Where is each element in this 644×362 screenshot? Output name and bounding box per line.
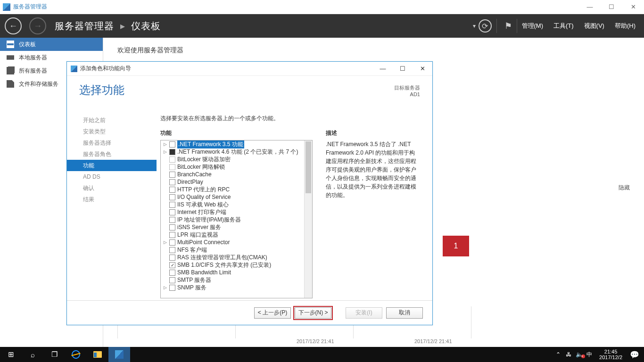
feature-item[interactable]: Internet 打印客户端	[161, 208, 304, 216]
feature-item[interactable]: IIS 可承载 Web 核心	[161, 201, 304, 208]
checkbox[interactable]	[169, 149, 175, 155]
wizard-step[interactable]: 服务器角色	[67, 148, 157, 160]
feature-item[interactable]: BranchCache	[161, 171, 304, 178]
expander-icon[interactable]: ▷	[163, 240, 167, 245]
feature-item[interactable]: LPR 端口监视器	[161, 231, 304, 239]
hide-button[interactable]: 隐藏	[619, 184, 630, 192]
action-center-button[interactable]: 💬	[627, 350, 642, 359]
wizard-step[interactable]: 安装类型	[67, 126, 157, 137]
expander-icon[interactable]: ▷	[163, 285, 167, 290]
tray-up-icon[interactable]: ⌃	[553, 351, 563, 358]
feature-label: BitLocker 网络解锁	[177, 163, 225, 171]
feature-label: .NET Framework 4.6 功能 (2 个已安装，共 7 个)	[177, 148, 298, 156]
features-listbox[interactable]: ▷.NET Framework 3.5 功能▷.NET Framework 4.…	[160, 140, 313, 298]
nav-back-button[interactable]: ←	[5, 17, 22, 34]
menu-manage[interactable]: 管理(M)	[522, 22, 544, 30]
feature-item[interactable]: ▷SNMP 服务	[161, 284, 304, 291]
next-button[interactable]: 下一步(N) >	[295, 307, 331, 319]
wizard-step[interactable]: 确认	[67, 182, 157, 194]
feature-item[interactable]: ▷.NET Framework 4.6 功能 (2 个已安装，共 7 个)	[161, 148, 304, 156]
menu-view[interactable]: 视图(V)	[584, 22, 604, 30]
checkbox[interactable]	[169, 277, 175, 283]
feature-item[interactable]: DirectPlay	[161, 178, 304, 186]
feature-item[interactable]: SMTP 服务器	[161, 276, 304, 284]
refresh-icon[interactable]	[479, 19, 492, 33]
tray-clock[interactable]: 21:45 2017/12/2	[594, 349, 627, 360]
feature-item[interactable]: BitLocker 驱动器加密	[161, 156, 304, 163]
wizard-step[interactable]: 功能	[67, 160, 157, 171]
prev-button[interactable]: < 上一步(P)	[254, 307, 291, 319]
feature-label: LPR 端口监视器	[177, 231, 218, 239]
checkbox[interactable]	[169, 255, 175, 261]
taskbar-server-manager[interactable]	[108, 347, 130, 362]
server-manager-icon	[115, 350, 124, 359]
feature-item[interactable]: HTTP 代理上的 RPC	[161, 186, 304, 193]
feature-label: RAS 连接管理器管理工具包(CMAK)	[177, 254, 267, 262]
checkbox[interactable]	[169, 156, 175, 163]
checkbox[interactable]	[169, 224, 175, 230]
menu-tools[interactable]: 工具(T)	[553, 22, 574, 30]
checkbox[interactable]	[169, 194, 175, 200]
tray-ime[interactable]: 中	[584, 351, 594, 359]
sidebar-item-dash[interactable]: 仪表板	[0, 38, 103, 51]
checkbox[interactable]	[169, 179, 175, 185]
feature-item[interactable]: SMB 1.0/CIFS 文件共享支持 (已安装)	[161, 261, 304, 269]
search-button[interactable]: ⌕	[22, 347, 43, 362]
feature-label: SMB 1.0/CIFS 文件共享支持 (已安装)	[177, 261, 271, 269]
window-title: 服务器管理器	[13, 3, 47, 11]
task-view-button[interactable]: ❐	[43, 347, 65, 362]
nav-forward-button[interactable]: →	[29, 17, 46, 34]
cancel-button[interactable]: 取消	[386, 307, 423, 319]
checkbox[interactable]	[169, 217, 175, 223]
wizard-titlebar[interactable]: 添加角色和功能向导 — ☐ ✕	[67, 62, 432, 76]
alert-tile[interactable]: 1	[443, 236, 469, 256]
features-scrollbar[interactable]	[304, 140, 312, 298]
taskbar-ie[interactable]	[65, 347, 87, 362]
checkbox[interactable]	[169, 164, 175, 170]
checkbox[interactable]	[169, 239, 175, 246]
feature-item[interactable]: RAS 连接管理器管理工具包(CMAK)	[161, 254, 304, 261]
tray-sound-icon[interactable]: 🔈×	[574, 351, 584, 358]
expander-icon[interactable]: ▷	[163, 142, 167, 147]
feature-item[interactable]: NFS 客户端	[161, 246, 304, 254]
checkbox[interactable]	[169, 202, 175, 208]
maximize-button[interactable]: ☐	[601, 0, 622, 14]
feature-item[interactable]: BitLocker 网络解锁	[161, 163, 304, 171]
minimize-button[interactable]: —	[579, 0, 601, 14]
checkbox[interactable]	[169, 209, 175, 215]
checkbox[interactable]	[169, 172, 175, 178]
wizard-step[interactable]: 服务器选择	[67, 137, 157, 148]
feature-item[interactable]: ▷.NET Framework 3.5 功能	[161, 140, 304, 148]
wizard-close-button[interactable]: ✕	[413, 62, 432, 76]
checkbox[interactable]	[169, 232, 175, 238]
breadcrumb-app[interactable]: 服务器管理器	[55, 21, 114, 31]
wizard-minimize-button[interactable]: —	[373, 62, 393, 76]
taskbar[interactable]: ⊞ ⌕ ❐ ⌃ 🖧 🔈× 中 21:45 2017/12/2 💬	[0, 347, 644, 362]
checkbox[interactable]	[169, 247, 175, 253]
feature-item[interactable]: I/O Quality of Service	[161, 193, 304, 201]
tray-network-icon[interactable]: 🖧	[563, 351, 574, 358]
feature-item[interactable]: ▷MultiPoint Connector	[161, 239, 304, 246]
start-button[interactable]: ⊞	[0, 347, 22, 362]
checkbox[interactable]	[169, 285, 175, 291]
checkbox[interactable]	[169, 270, 175, 276]
checkbox[interactable]	[169, 187, 175, 193]
wizard-maximize-button[interactable]: ☐	[393, 62, 413, 76]
close-button[interactable]: ✕	[622, 0, 644, 14]
dropdown-icon[interactable]: ▾	[473, 23, 476, 29]
wizard-step[interactable]: AD DS	[67, 171, 157, 182]
checkbox[interactable]	[169, 141, 175, 148]
wizard-step[interactable]: 结果	[67, 194, 157, 205]
expander-icon[interactable]: ▷	[163, 149, 167, 154]
wizard-step[interactable]: 开始之前	[67, 115, 157, 126]
menu-help[interactable]: 帮助(H)	[615, 22, 636, 30]
feature-item[interactable]: IP 地址管理(IPAM)服务器	[161, 216, 304, 223]
feature-label: Internet 打印客户端	[177, 208, 226, 216]
notifications-flag-icon[interactable]: ⚑	[504, 21, 512, 31]
breadcrumb-page[interactable]: 仪表板	[131, 21, 161, 31]
feature-item[interactable]: iSNS Server 服务	[161, 223, 304, 231]
taskbar-explorer[interactable]	[87, 347, 108, 362]
feature-label: I/O Quality of Service	[177, 194, 231, 200]
checkbox[interactable]	[169, 262, 175, 268]
feature-item[interactable]: SMB Bandwidth Limit	[161, 269, 304, 276]
